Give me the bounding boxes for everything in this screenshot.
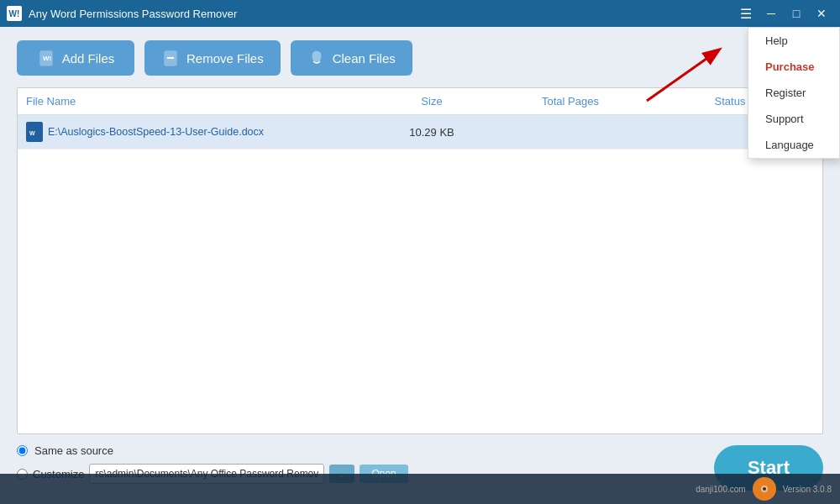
title-bar-controls: ☰ ─ □ ✕ xyxy=(734,2,833,25)
watermark-site: danji100.com xyxy=(696,485,745,494)
dropdown-menu: Help Purchase Register Support Language xyxy=(748,27,840,159)
svg-text:W!: W! xyxy=(43,55,51,62)
main-content: W! Add Files Remove Files Clean Files xyxy=(0,27,840,504)
app-logo: W! xyxy=(7,6,22,21)
col-size: Size xyxy=(369,95,495,108)
remove-files-label: Remove Files xyxy=(186,51,264,66)
remove-files-icon xyxy=(161,49,180,67)
title-bar-left: W! Any Word Permissions Password Remover xyxy=(7,6,237,21)
toolbar: W! Add Files Remove Files Clean Files xyxy=(17,40,823,76)
svg-point-4 xyxy=(312,51,321,61)
remove-files-button[interactable]: Remove Files xyxy=(144,40,281,76)
menu-language[interactable]: Language xyxy=(748,132,839,158)
svg-text:W: W xyxy=(29,130,35,136)
file-path: E:\Auslogics-BoostSpeed-13-User-Guide.do… xyxy=(48,126,264,138)
menu-purchase[interactable]: Purchase xyxy=(748,54,839,80)
watermark-version: Version 3.0.8 xyxy=(783,485,832,494)
svg-point-11 xyxy=(763,487,766,491)
app-title: Any Word Permissions Password Remover xyxy=(29,8,237,20)
add-files-label: Add Files xyxy=(62,51,115,66)
file-size-cell: 10.29 KB xyxy=(369,126,495,139)
same-as-source-label: Same as source xyxy=(34,444,113,457)
file-name-cell: W E:\Auslogics-BoostSpeed-13-User-Guide.… xyxy=(26,122,369,142)
add-files-button[interactable]: W! Add Files xyxy=(17,40,134,76)
menu-button[interactable]: ☰ xyxy=(734,2,758,25)
maximize-button[interactable]: □ xyxy=(785,2,808,25)
same-as-source-row: Same as source xyxy=(17,444,697,457)
docx-icon: W xyxy=(26,122,43,142)
menu-register[interactable]: Register xyxy=(748,80,839,106)
title-bar: W! Any Word Permissions Password Remover… xyxy=(0,0,840,27)
col-pages: Total Pages xyxy=(495,95,646,108)
clean-files-button[interactable]: Clean Files xyxy=(291,40,412,76)
menu-help[interactable]: Help xyxy=(748,28,839,54)
table-header: File Name Size Total Pages Status xyxy=(18,88,822,115)
watermark-bar: danji100.com Version 3.0.8 xyxy=(0,474,840,504)
add-files-icon: W! xyxy=(37,49,55,67)
watermark-logo xyxy=(753,477,776,501)
same-as-source-radio[interactable] xyxy=(17,445,28,456)
minimize-button[interactable]: ─ xyxy=(759,2,783,25)
close-button[interactable]: ✕ xyxy=(810,2,833,25)
col-filename: File Name xyxy=(26,95,369,108)
clean-files-label: Clean Files xyxy=(333,51,396,66)
menu-support[interactable]: Support xyxy=(748,106,839,132)
table-row[interactable]: W E:\Auslogics-BoostSpeed-13-User-Guide.… xyxy=(18,115,822,150)
file-table: File Name Size Total Pages Status W E:\A… xyxy=(17,87,823,434)
table-body: W E:\Auslogics-BoostSpeed-13-User-Guide.… xyxy=(18,115,822,433)
clean-files-icon xyxy=(307,49,326,67)
